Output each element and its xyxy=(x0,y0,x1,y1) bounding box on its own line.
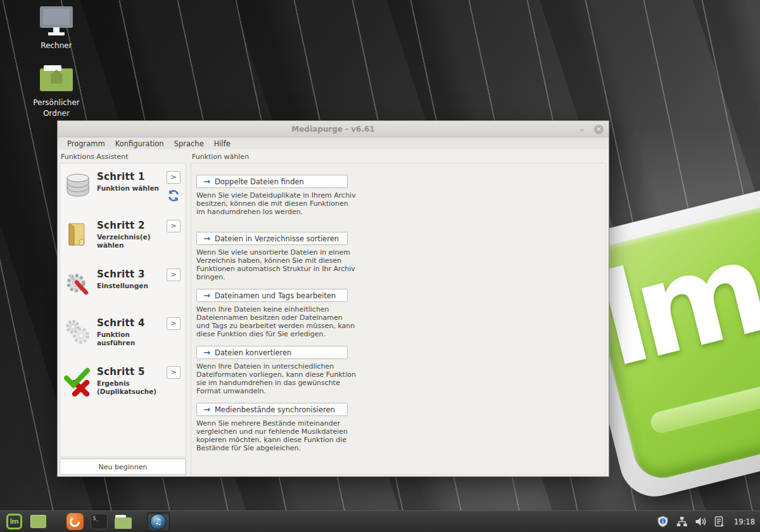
home-folder-icon xyxy=(39,63,74,94)
function-button-label: Medienbestände synchronisieren xyxy=(215,405,335,414)
function-description: Wenn Ihre Dateien keine einheitlichen Da… xyxy=(196,305,356,338)
function-description: Wenn Ihre Dateien in unterschiedlichen D… xyxy=(196,362,356,395)
gear-screwdriver-icon xyxy=(64,269,94,299)
mint-menu-icon: lm xyxy=(6,514,22,529)
function-block-sync: → Medienbestände synchronisieren Wenn Si… xyxy=(196,403,605,460)
window-title: Mediapurge - v6.61 xyxy=(58,125,609,134)
steps-box: Schritt 1 Funktion wählen > xyxy=(60,163,186,457)
step-subtitle: Funktion ausführen xyxy=(97,331,165,347)
function-button-label: Dateien in Verzeichnisse sortieren xyxy=(215,234,339,243)
desktop-icon-computer[interactable]: Rechner xyxy=(22,6,91,51)
firefox-launcher[interactable] xyxy=(66,513,84,531)
convert-files-button[interactable]: → Dateien konvertieren xyxy=(196,346,348,359)
terminal-launcher[interactable]: $_ xyxy=(90,513,108,531)
function-panel: Funktion wählen → Doppelte Dateien finde… xyxy=(191,151,606,475)
mint-menu-button[interactable]: lm xyxy=(5,513,23,531)
sort-files-button[interactable]: → Dateien in Verzeichnisse sortieren xyxy=(196,232,348,245)
step-5-expand-button[interactable]: > xyxy=(167,366,180,379)
edit-names-tags-button[interactable]: → Dateinamen und Tags bearbeiten xyxy=(196,289,348,302)
step-3-expand-button[interactable]: > xyxy=(167,269,180,281)
find-duplicates-button[interactable]: → Doppelte Dateien finden xyxy=(196,175,348,188)
step-subtitle: Verzeichnis(e) wählen xyxy=(97,233,165,250)
firefox-icon xyxy=(66,513,84,530)
menu-konfiguration[interactable]: Konfiguration xyxy=(110,138,169,149)
restart-button[interactable]: Neu beginnen xyxy=(60,459,186,475)
step-2: Schritt 2 Verzeichnis(e) wählen > xyxy=(64,220,182,269)
step-subtitle: Ergebnis xyxy=(97,379,165,388)
desktop-icon-label: Rechner xyxy=(22,41,91,51)
volume-icon[interactable] xyxy=(695,516,707,527)
show-desktop-icon xyxy=(30,515,46,528)
close-button[interactable]: ✕ xyxy=(594,125,604,134)
computer-icon xyxy=(39,6,74,37)
mediapurge-window: Mediapurge - v6.61 – ✕ Programm Konfigur… xyxy=(57,120,609,477)
refresh-icon[interactable] xyxy=(167,189,180,205)
menu-hilfe[interactable]: Hilfe xyxy=(209,138,236,149)
taskbar: lm $_ ♫ xyxy=(0,510,760,532)
step-subtitle: Einstellungen xyxy=(97,282,165,290)
file-manager-launcher[interactable] xyxy=(114,513,132,531)
step-title: Schritt 5 xyxy=(97,366,165,377)
network-icon[interactable] xyxy=(676,516,688,527)
function-block-duplicates: → Doppelte Dateien finden Wenn Sie viele… xyxy=(196,175,605,232)
file-manager-icon xyxy=(115,515,132,529)
step-5: Schritt 5 Ergebnis (Duplikatsuche) > xyxy=(64,366,182,415)
step-title: Schritt 1 xyxy=(97,171,165,182)
step-1-expand-button[interactable]: > xyxy=(167,171,180,184)
arrow-icon: → xyxy=(203,177,210,186)
wizard-panel-header: Funktions Assistent xyxy=(60,151,186,163)
function-description: Wenn Sie viele unsortierte Dateien in ei… xyxy=(196,248,356,281)
desktop-icon-label: Persönlicher Ordner xyxy=(28,98,85,119)
function-panel-header: Funktion wählen xyxy=(191,151,606,163)
function-box: → Doppelte Dateien finden Wenn Sie viele… xyxy=(191,163,606,475)
step-1: Schritt 1 Funktion wählen > xyxy=(64,171,182,220)
step-subtitle-line2: (Duplikatsuche) xyxy=(97,388,165,396)
step-title: Schritt 2 xyxy=(97,220,165,231)
database-icon xyxy=(64,171,94,200)
step-4: Schritt 4 Funktion ausführen > xyxy=(64,317,182,366)
function-description: Wenn Sie viele Dateiduplikate in Ihrem A… xyxy=(196,191,356,216)
check-cross-icon xyxy=(64,366,94,399)
folder-icon xyxy=(64,220,94,250)
step-3: Schritt 3 Einstellungen > xyxy=(64,269,182,317)
mediapurge-taskbar-button[interactable]: ♫ xyxy=(147,512,170,531)
function-button-label: Dateien konvertieren xyxy=(215,348,292,357)
arrow-icon: → xyxy=(203,234,210,243)
arrow-icon: → xyxy=(203,291,210,300)
menubar: Programm Konfiguration Sprache Hilfe xyxy=(58,137,609,149)
taskbar-clock[interactable]: 19:18 xyxy=(734,517,755,526)
update-shield-icon[interactable] xyxy=(657,516,669,528)
step-title: Schritt 3 xyxy=(97,269,165,280)
function-block-convert: → Dateien konvertieren Wenn Ihre Dateien… xyxy=(196,346,605,403)
titlebar[interactable]: Mediapurge - v6.61 – ✕ xyxy=(58,121,609,137)
step-title: Schritt 4 xyxy=(97,317,165,329)
function-block-rename: → Dateinamen und Tags bearbeiten Wenn Ih… xyxy=(196,289,605,346)
show-desktop-button[interactable] xyxy=(29,513,47,531)
wizard-panel: Funktions Assistent Schritt 1 Funktion w… xyxy=(60,151,186,475)
system-tray: 19:18 xyxy=(657,516,755,528)
step-4-expand-button[interactable]: > xyxy=(167,317,180,330)
media-player-icon: ♫ xyxy=(150,514,167,530)
menu-programm[interactable]: Programm xyxy=(62,138,110,149)
function-block-sort: → Dateien in Verzeichnisse sortieren Wen… xyxy=(196,232,605,289)
menu-sprache[interactable]: Sprache xyxy=(169,138,209,149)
desktop-icon-home-folder[interactable]: Persönlicher Ordner xyxy=(22,63,91,119)
sync-media-button[interactable]: → Medienbestände synchronisieren xyxy=(196,403,348,416)
arrow-icon: → xyxy=(203,405,210,414)
terminal-icon: $_ xyxy=(91,514,108,529)
function-button-label: Doppelte Dateien finden xyxy=(215,177,304,186)
minimize-button[interactable]: – xyxy=(578,125,586,134)
clipboard-icon[interactable] xyxy=(714,516,725,528)
function-description: Wenn Sie mehrere Bestände miteinander ve… xyxy=(196,419,356,452)
function-button-label: Dateinamen und Tags bearbeiten xyxy=(215,291,336,300)
arrow-icon: → xyxy=(203,348,210,357)
step-subtitle: Funktion wählen xyxy=(97,184,165,193)
gears-icon xyxy=(64,317,94,348)
step-2-expand-button[interactable]: > xyxy=(167,220,180,232)
